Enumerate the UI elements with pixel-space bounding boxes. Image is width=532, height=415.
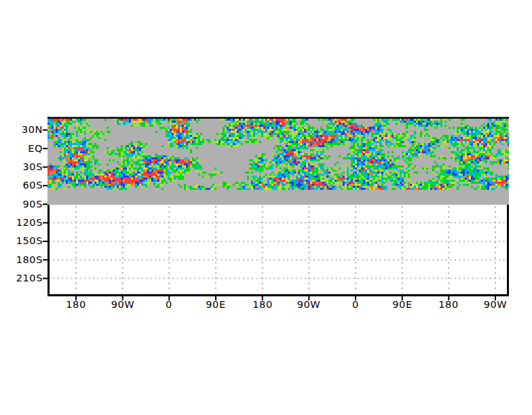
y-axis-tick xyxy=(43,130,48,131)
x-tick-label: 180 xyxy=(52,300,100,310)
x-tick-label: 90E xyxy=(192,300,240,310)
x-tick-label: 0 xyxy=(332,300,379,310)
y-tick-label: 210S xyxy=(12,273,43,283)
y-axis-tick xyxy=(43,222,48,224)
x-tick-label: 90W xyxy=(285,300,332,310)
y-axis-tick xyxy=(43,259,48,260)
x-tick-label: 0 xyxy=(145,300,193,310)
y-axis-tick xyxy=(43,241,48,242)
y-axis-tick xyxy=(43,166,48,167)
axes-frame-and-grid xyxy=(0,0,532,415)
y-tick-label: 30N xyxy=(12,125,43,135)
x-tick-label: 90W xyxy=(99,300,147,310)
x-tick-label: 90E xyxy=(379,300,426,310)
y-tick-label: 30S xyxy=(12,162,43,172)
shaded-data-band xyxy=(48,119,509,205)
grads-latlon-plot: 30N EQ 30S 60S 90S 120S 150S 180S 210S 1… xyxy=(0,0,532,415)
y-tick-label: 90S xyxy=(12,199,43,210)
y-tick-label: 120S xyxy=(12,218,43,228)
y-axis-tick xyxy=(43,185,48,186)
y-axis-tick xyxy=(43,148,48,149)
x-tick-label: 90W xyxy=(472,300,519,310)
x-tick-label: 180 xyxy=(425,300,472,310)
x-tick-label: 180 xyxy=(239,300,286,310)
y-tick-label: 180S xyxy=(12,255,43,265)
y-tick-label: 150S xyxy=(12,236,43,246)
frame-bottom xyxy=(48,294,509,296)
y-axis-tick xyxy=(43,278,48,279)
y-tick-label: 60S xyxy=(12,180,43,191)
y-axis-tick xyxy=(43,203,48,205)
y-tick-label: EQ xyxy=(12,144,43,154)
